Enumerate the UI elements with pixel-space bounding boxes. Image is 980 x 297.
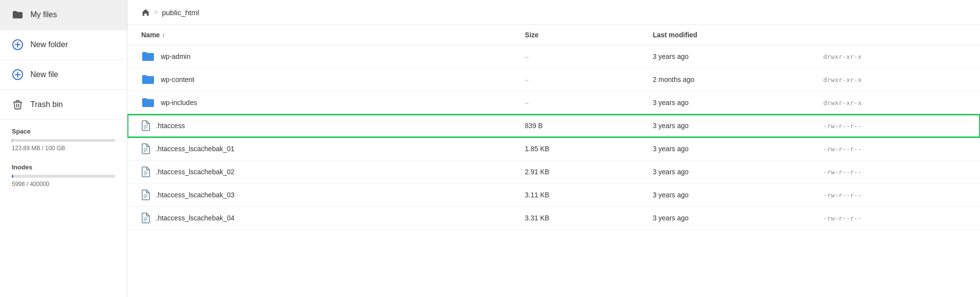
file-size-cell: 2.91 KB [511, 161, 639, 184]
file-modified-cell: 3 years ago [639, 137, 809, 161]
table-header-row: Name↑ Size Last modified [127, 25, 980, 45]
table-row[interactable]: .htaccess_lscachebak_03 3.11 KB 3 years … [127, 184, 980, 207]
file-icon [141, 213, 150, 223]
space-progress-bar [12, 139, 115, 142]
file-size-cell: – [511, 45, 639, 68]
breadcrumb-separator: > [154, 8, 158, 16]
sidebar: My files New folder New file Tra [0, 0, 127, 297]
sidebar-my-files-label: My files [30, 10, 57, 19]
table-row[interactable]: .htaccess_lscachebak_02 2.91 KB 3 years … [127, 161, 980, 184]
file-modified-cell: 3 years ago [639, 91, 809, 114]
space-section: Space 123.89 MB / 100 GB [0, 120, 127, 156]
file-icon [141, 120, 150, 131]
file-icon [141, 166, 150, 177]
file-permissions: drwxr-xr-x [823, 99, 861, 107]
file-icon [141, 189, 150, 200]
file-modified-cell: 3 years ago [639, 45, 809, 68]
file-permissions: -rw-r--r-- [823, 191, 861, 199]
file-permissions: drwxr-xr-x [823, 53, 861, 60]
file-name-cell: .htaccess_lscachebak_01 [127, 137, 511, 161]
file-name: .htaccess_lscachebak_03 [156, 191, 234, 199]
file-permissions-cell: drwxr-xr-x [809, 45, 980, 68]
file-name-cell: wp-content [127, 68, 511, 91]
file-permissions-cell: -rw-r--r-- [809, 207, 980, 230]
new-file-icon [12, 69, 24, 81]
file-permissions-cell: -rw-r--r-- [809, 161, 980, 184]
file-size: 839 B [525, 122, 543, 130]
file-modified-cell: 3 years ago [639, 207, 809, 230]
file-permissions: -rw-r--r-- [823, 215, 861, 222]
file-size-cell: 839 B [511, 114, 639, 137]
file-size-cell: – [511, 91, 639, 114]
file-icon [141, 143, 150, 154]
file-name-cell: wp-includes [127, 91, 511, 114]
file-name: wp-admin [161, 53, 191, 60]
file-size-cell: 1.85 KB [511, 137, 639, 161]
file-size: – [525, 76, 529, 83]
table-row[interactable]: wp-admin – 3 years ago drwxr-xr-x [127, 45, 980, 68]
file-name-cell: wp-admin [127, 45, 511, 68]
file-name: .htaccess_lscachebak_04 [156, 214, 234, 222]
file-name: .htaccess [156, 122, 185, 130]
file-permissions: -rw-r--r-- [823, 145, 861, 153]
inodes-section: Inodes 5998 / 400000 [0, 156, 127, 191]
file-permissions: -rw-r--r-- [823, 168, 861, 176]
file-modified: 3 years ago [653, 168, 688, 176]
file-modified-cell: 3 years ago [639, 161, 809, 184]
table-row[interactable]: wp-includes – 3 years ago drwxr-xr-x [127, 91, 980, 114]
sort-arrow: ↑ [162, 32, 165, 39]
file-size: 3.31 KB [525, 214, 550, 222]
file-modified: 2 months ago [653, 76, 694, 83]
file-modified-cell: 3 years ago [639, 114, 809, 137]
col-header-modified[interactable]: Last modified [639, 25, 809, 45]
file-size: – [525, 53, 529, 60]
table-row[interactable]: .htaccess 839 B 3 years ago -rw-r--r-- [127, 114, 980, 137]
file-name: .htaccess_lscachebak_02 [156, 168, 234, 176]
sidebar-new-file-label: New file [30, 70, 58, 79]
file-table-body: wp-admin – 3 years ago drwxr-xr-x wp-con… [127, 45, 980, 230]
file-permissions: -rw-r--r-- [823, 122, 861, 130]
file-modified: 3 years ago [653, 145, 688, 153]
sidebar-item-trash-bin[interactable]: Trash bin [0, 90, 127, 120]
file-modified: 3 years ago [653, 214, 688, 222]
folder-icon [141, 97, 155, 108]
col-header-permissions [809, 25, 980, 45]
file-name-cell: .htaccess [127, 114, 511, 137]
file-permissions-cell: -rw-r--r-- [809, 137, 980, 161]
file-size: 1.85 KB [525, 145, 550, 153]
table-row[interactable]: .htaccess_lscachebak_04 3.31 KB 3 years … [127, 207, 980, 230]
file-name: .htaccess_lscachebak_01 [156, 145, 234, 153]
file-size: 2.91 KB [525, 168, 550, 176]
folder-icon [12, 9, 24, 21]
breadcrumb-current: public_html [162, 8, 199, 17]
main-content: > public_html Name↑ Size Last modified [127, 0, 980, 297]
new-folder-icon [12, 39, 24, 51]
file-permissions-cell: drwxr-xr-x [809, 91, 980, 114]
inodes-label: 5998 / 400000 [12, 181, 115, 188]
inodes-progress-bar [12, 175, 115, 178]
file-modified-cell: 3 years ago [639, 184, 809, 207]
sidebar-new-folder-label: New folder [30, 40, 68, 49]
file-name: wp-content [161, 76, 194, 83]
file-modified-cell: 2 months ago [639, 68, 809, 91]
table-row[interactable]: wp-content – 2 months ago drwxr-xr-x [127, 68, 980, 91]
table-row[interactable]: .htaccess_lscachebak_01 1.85 KB 3 years … [127, 137, 980, 161]
file-size-cell: 3.31 KB [511, 207, 639, 230]
col-header-size[interactable]: Size [511, 25, 639, 45]
sidebar-item-new-file[interactable]: New file [0, 60, 127, 90]
file-table-container: Name↑ Size Last modified wp-admin [127, 25, 980, 297]
folder-icon [141, 51, 155, 62]
inodes-progress-fill [12, 175, 13, 178]
inodes-title: Inodes [12, 163, 115, 171]
breadcrumb-home-icon[interactable] [141, 8, 150, 17]
file-size-cell: 3.11 KB [511, 184, 639, 207]
breadcrumb: > public_html [127, 0, 980, 25]
file-name: wp-includes [161, 99, 197, 107]
file-modified: 3 years ago [653, 53, 688, 60]
sidebar-item-new-folder[interactable]: New folder [0, 30, 127, 60]
col-header-name[interactable]: Name↑ [127, 25, 511, 45]
file-name-cell: .htaccess_lscachebak_04 [127, 207, 511, 230]
file-modified: 3 years ago [653, 122, 688, 130]
sidebar-trash-bin-label: Trash bin [30, 100, 63, 109]
sidebar-item-my-files[interactable]: My files [0, 0, 127, 30]
